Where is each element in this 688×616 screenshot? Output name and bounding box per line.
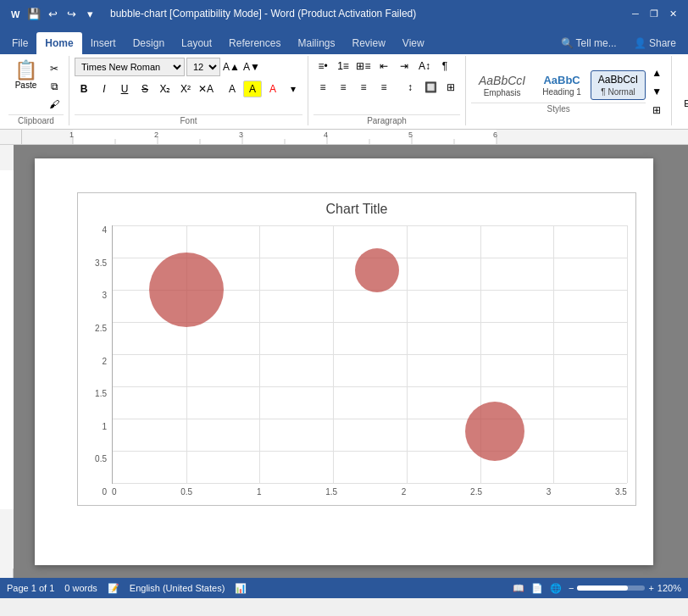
align-left-button[interactable]: ≡ <box>313 79 332 96</box>
font-name-select[interactable]: Times New Roman Calibri Arial <box>75 58 185 76</box>
undo-button[interactable]: ↩ <box>44 5 61 22</box>
tab-tell-me[interactable]: 🔍 Tell me... <box>552 32 625 54</box>
grid-v-3 <box>553 225 554 483</box>
font-size-select[interactable]: 12 10 14 16 <box>186 58 220 76</box>
grid-v-15 <box>333 225 334 483</box>
zoom-slider[interactable] <box>577 585 645 591</box>
strikethrough-button[interactable]: S <box>136 80 154 97</box>
view-read-btn[interactable]: 📖 <box>513 583 524 594</box>
format-painter-button[interactable]: 🖌 <box>45 96 64 113</box>
style-normal[interactable]: AaBbCcI ¶ Normal <box>591 70 646 100</box>
minimize-button[interactable]: ─ <box>627 5 644 22</box>
x-label-15: 1.5 <box>325 487 337 497</box>
numbering-button[interactable]: 1≡ <box>334 58 352 75</box>
tab-file[interactable]: File <box>3 32 36 54</box>
tab-references[interactable]: References <box>220 32 289 54</box>
justify-button[interactable]: ≡ <box>375 79 393 96</box>
bubble-2 <box>355 248 399 292</box>
view-web-btn[interactable]: 🌐 <box>550 583 562 594</box>
superscript-button[interactable]: X² <box>176 80 195 97</box>
decrease-font-button[interactable]: A▼ <box>242 58 261 75</box>
paragraph-label: Paragraph <box>313 114 460 125</box>
restore-button[interactable]: ❐ <box>646 5 663 22</box>
paragraph-group: ≡• 1≡ ⊞≡ ⇤ ⇥ A↕ ¶ ≡ ≡ ≡ ≡ ↕ 🔲 ⊞ Paragrap… <box>308 56 466 125</box>
language: English (United States) <box>130 583 225 593</box>
svg-text:4: 4 <box>324 130 328 139</box>
chart-container[interactable]: Chart Title 0 0.5 1 1.5 2 2.5 3 3.5 4 <box>77 192 636 506</box>
text-effects-button[interactable]: A <box>223 80 241 97</box>
y-label-2: 2 <box>102 357 107 366</box>
line-spacing-button[interactable]: ↕ <box>401 79 419 96</box>
chart-body: 0 0.5 1 1.5 2 2.5 3 3.5 4 <box>86 225 627 497</box>
grid-h-0 <box>113 483 627 484</box>
grid-v-2 <box>407 225 408 483</box>
title-bar: W 💾 ↩ ↪ ▾ bubble-chart [Compatibility Mo… <box>0 0 688 27</box>
paste-button[interactable]: 📋 Paste <box>8 58 43 93</box>
save-button[interactable]: 💾 <box>25 5 42 22</box>
grid-h-1 <box>113 419 627 419</box>
show-marks-button[interactable]: ¶ <box>436 58 454 75</box>
x-label-2: 2 <box>402 487 407 497</box>
decrease-indent-button[interactable]: ⇤ <box>375 58 393 75</box>
borders-button[interactable]: ⊞ <box>441 79 460 96</box>
status-left: Page 1 of 1 0 words 📝 English (United St… <box>7 583 247 594</box>
underline-button[interactable]: U <box>115 80 134 97</box>
close-button[interactable]: ✕ <box>664 5 681 22</box>
horizontal-ruler: 1 2 3 4 5 6 <box>22 130 688 145</box>
tab-review[interactable]: Review <box>343 32 393 54</box>
font-color-dropdown[interactable]: ▾ <box>284 80 302 97</box>
tab-home[interactable]: Home <box>36 32 81 54</box>
tab-design[interactable]: Design <box>125 32 173 54</box>
redo-button[interactable]: ↪ <box>63 5 80 22</box>
highlight-button[interactable]: A <box>243 80 262 97</box>
view-print-btn[interactable]: 📄 <box>531 583 543 594</box>
styles-more[interactable]: ⊞ <box>647 102 666 119</box>
styles-scroll-down[interactable]: ▼ <box>647 83 666 100</box>
document-page[interactable]: Chart Title 0 0.5 1 1.5 2 2.5 3 3.5 4 <box>35 158 653 565</box>
chart-plot-area <box>112 225 627 484</box>
shading-button[interactable]: 🔲 <box>421 79 440 96</box>
svg-text:2: 2 <box>154 130 158 139</box>
tab-mailings[interactable]: Mailings <box>289 32 343 54</box>
increase-indent-button[interactable]: ⇥ <box>395 58 413 75</box>
styles-label: Styles <box>471 103 646 114</box>
tab-layout[interactable]: Layout <box>173 32 220 54</box>
style-heading1[interactable]: AaBbC Heading 1 <box>535 70 589 101</box>
font-color-button[interactable]: A <box>264 80 282 97</box>
heading1-preview: AaBbC <box>543 74 580 88</box>
share-button[interactable]: 👤 Share <box>625 32 685 54</box>
spell-check-icon: 📝 <box>108 583 119 594</box>
subscript-button[interactable]: X₂ <box>156 80 175 97</box>
tab-insert[interactable]: Insert <box>82 32 125 54</box>
align-right-button[interactable]: ≡ <box>354 79 373 96</box>
tab-view[interactable]: View <box>394 32 433 54</box>
normal-label: ¶ Normal <box>601 87 635 97</box>
document-area[interactable]: Chart Title 0 0.5 1 1.5 2 2.5 3 3.5 4 <box>0 145 688 578</box>
align-center-button[interactable]: ≡ <box>334 79 352 96</box>
zoom-in-btn[interactable]: + <box>648 583 653 593</box>
cut-button[interactable]: ✂ <box>45 60 64 77</box>
multilevel-button[interactable]: ⊞≡ <box>354 58 373 75</box>
sort-button[interactable]: A↕ <box>415 58 434 75</box>
zoom-out-btn[interactable]: − <box>569 583 574 593</box>
svg-text:6: 6 <box>493 130 497 139</box>
copy-button[interactable]: ⧉ <box>45 78 64 95</box>
bullets-button[interactable]: ≡• <box>313 58 332 75</box>
bold-button[interactable]: B <box>75 80 93 97</box>
zoom-level: 120% <box>657 583 681 593</box>
style-emphasis[interactable]: AaBbCcI Emphasis <box>471 69 533 101</box>
clear-format-button[interactable]: ✕A <box>197 80 215 97</box>
increase-font-button[interactable]: A▲ <box>222 58 241 75</box>
chart-title: Chart Title <box>86 202 627 217</box>
y-label-3: 3 <box>102 291 107 300</box>
page-info: Page 1 of 1 <box>7 583 54 593</box>
y-label-25: 2.5 <box>95 324 107 333</box>
styles-scroll-up[interactable]: ▲ <box>647 64 666 81</box>
editing-button[interactable]: 🔍 Editing <box>677 72 688 112</box>
x-label-25: 2.5 <box>470 487 482 497</box>
vertical-ruler <box>0 145 14 578</box>
quick-access-toolbar: W 💾 ↩ ↪ ▾ <box>7 5 98 22</box>
emphasis-label: Emphasis <box>484 88 521 97</box>
italic-button[interactable]: I <box>95 80 114 97</box>
quick-access-dropdown[interactable]: ▾ <box>81 5 98 22</box>
